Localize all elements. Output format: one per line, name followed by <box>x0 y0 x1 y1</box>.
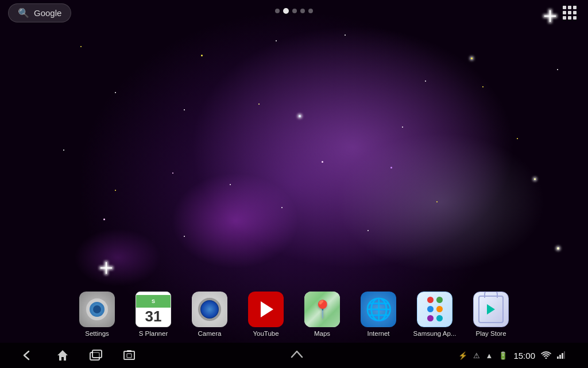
screenshot-button[interactable] <box>123 350 136 361</box>
navigation-bar: ⚡ ⚠ ▲ 🔋 15:00 <box>0 343 588 368</box>
app-icon-settings[interactable]: Settings <box>72 292 122 337</box>
clock: 15:00 <box>513 351 535 361</box>
youtube-label: YouTube <box>253 330 278 337</box>
camera-lens <box>198 298 221 321</box>
samsung-icon-img <box>417 292 452 327</box>
svg-point-6 <box>545 357 547 359</box>
dot-green <box>436 297 443 303</box>
svg-marker-0 <box>57 350 68 361</box>
wifi-icon <box>541 351 551 361</box>
apps-grid-button[interactable] <box>559 2 580 23</box>
grid-dot <box>573 6 577 9</box>
youtube-icon-img <box>248 292 284 327</box>
grid-dot <box>563 16 566 20</box>
internet-label: Internet <box>368 330 390 337</box>
internet-icon-img: 🌐 <box>361 292 396 327</box>
dot-cyan <box>436 315 443 321</box>
camera-icon-img <box>192 292 227 327</box>
app-icon-youtube[interactable]: YouTube <box>241 292 291 337</box>
maps-icon-img: 📍 <box>304 292 340 327</box>
app-icon-samsung[interactable]: Samsung Ap... <box>409 292 460 337</box>
back-button[interactable] <box>23 350 36 361</box>
up-arrow-icon <box>291 349 303 359</box>
youtube-play-triangle <box>261 301 273 317</box>
svg-rect-8 <box>559 355 561 359</box>
splanner-label: S Planner <box>139 330 168 337</box>
splanner-icon-img: S 31 <box>136 292 171 327</box>
playstore-bag <box>478 296 504 323</box>
nav-up-button[interactable] <box>291 349 303 362</box>
recent-icon <box>90 350 102 361</box>
app-dock: Settings S 31 S Planner Camera YouTube 📍… <box>0 285 588 343</box>
svg-rect-2 <box>92 350 102 358</box>
svg-rect-9 <box>562 353 563 359</box>
top-bar: 🔍 Google <box>0 0 588 25</box>
nav-left-group <box>23 349 136 362</box>
samsung-dots <box>424 298 446 320</box>
maps-label: Maps <box>314 330 330 337</box>
playstore-triangle <box>487 304 495 315</box>
dot-orange <box>436 306 443 312</box>
splanner-day: 31 <box>145 309 162 324</box>
warning-icon: ⚠ <box>473 351 480 360</box>
wifi-signal-icon <box>541 351 551 359</box>
svg-rect-3 <box>124 351 134 359</box>
back-icon <box>23 350 36 361</box>
camera-label: Camera <box>198 330 222 337</box>
status-bar-right: ⚡ ⚠ ▲ 🔋 15:00 <box>458 351 565 361</box>
globe-icon: 🌐 <box>365 297 392 322</box>
splanner-header: S <box>136 295 171 308</box>
maps-pin-icon: 📍 <box>312 299 333 319</box>
app-icon-playstore[interactable]: Play Store <box>466 292 516 337</box>
playstore-label: Play Store <box>475 330 506 337</box>
svg-rect-7 <box>557 356 559 359</box>
maps-inner: 📍 <box>304 292 340 327</box>
grid-dot <box>563 11 566 14</box>
signal-bars-icon <box>557 351 565 361</box>
screenshot-icon <box>123 350 136 361</box>
app-icon-splanner[interactable]: S 31 S Planner <box>128 292 179 337</box>
grid-dot <box>568 11 571 14</box>
triangle-icon: ▲ <box>486 351 493 360</box>
app-icon-camera[interactable]: Camera <box>184 292 235 337</box>
settings-icon-img <box>79 292 115 327</box>
svg-rect-5 <box>127 354 131 358</box>
signal-icon <box>557 351 565 359</box>
grid-dot <box>573 11 577 14</box>
dot-blue <box>427 306 434 312</box>
recent-apps-button[interactable] <box>90 350 102 361</box>
search-icon: 🔍 <box>18 7 29 18</box>
usb-icon: ⚡ <box>458 351 467 360</box>
app-icon-maps[interactable]: 📍 Maps <box>297 292 347 337</box>
samsung-label: Samsung Ap... <box>413 330 457 337</box>
grid-dot <box>563 6 566 9</box>
google-search-bar[interactable]: 🔍 Google <box>8 3 71 22</box>
dot-red <box>427 297 434 303</box>
grid-dot <box>568 16 571 20</box>
settings-gear <box>86 298 108 320</box>
dot-purple <box>427 315 434 321</box>
svg-rect-10 <box>564 351 565 359</box>
home-icon <box>56 349 69 362</box>
grid-dot <box>573 16 577 20</box>
svg-rect-4 <box>127 350 131 352</box>
google-label: Google <box>34 8 61 18</box>
battery-icon: 🔋 <box>498 351 508 360</box>
grid-dot <box>568 6 571 9</box>
app-icon-internet[interactable]: 🌐 Internet <box>353 292 404 337</box>
playstore-icon-img <box>473 292 509 327</box>
home-button[interactable] <box>56 349 69 362</box>
settings-label: Settings <box>85 330 109 337</box>
